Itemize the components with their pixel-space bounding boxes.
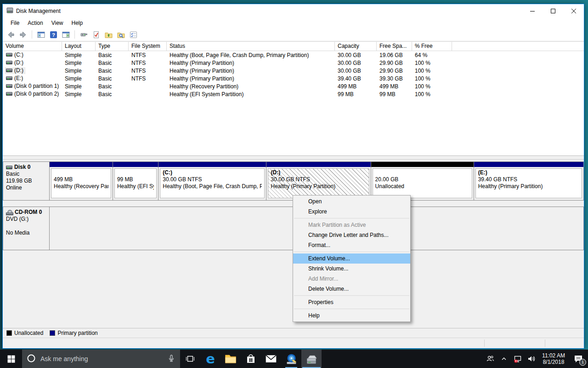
action-center-button[interactable]: 1	[569, 350, 588, 368]
disk-size: 119.98 GB	[6, 178, 46, 184]
cell-free: 499 MB	[377, 83, 412, 90]
help-icon[interactable]: ?	[48, 29, 58, 40]
toolbar-separator	[32, 30, 32, 39]
partition-size: 20.00 GB	[375, 176, 469, 183]
context-menu-item-help[interactable]: Help	[293, 310, 410, 321]
volume-row-d-1[interactable]: (D:)SimpleBasicNTFSHealthy (Primary Part…	[3, 59, 584, 67]
volume-name: (E:)	[14, 75, 23, 81]
notification-badge: 1	[579, 359, 586, 366]
taskbar-app-file-explorer[interactable]	[220, 350, 241, 368]
legend-swatch	[50, 330, 55, 336]
partition-block-healthy-recovery-parti[interactable]: 499 MBHealthy (Recovery Parti	[50, 162, 113, 200]
partition-block-d[interactable]: (D:)30.00 GB NTFSHealthy (Primary Partit…	[266, 162, 371, 200]
volume-name-wrap: (Disk 0 partition 2)	[6, 91, 60, 98]
start-button[interactable]	[0, 350, 22, 368]
check-document-icon[interactable]	[91, 29, 101, 40]
folder-up-icon[interactable]	[103, 29, 113, 40]
partition-context-menu: OpenExploreMark Partition as ActiveChang…	[293, 195, 411, 322]
volume-icon[interactable]	[525, 350, 538, 368]
partition-status: Healthy (Boot, Page File, Crash Dump, Pr	[163, 183, 262, 190]
partition-title	[375, 169, 469, 176]
partition-color-bar	[113, 162, 158, 167]
show-console-tree-icon[interactable]	[36, 29, 46, 40]
taskbar-app-disk-utility[interactable]	[281, 350, 301, 368]
partition-block-e[interactable]: (E:)39.40 GB NTFSHealthy (Primary Partit…	[474, 162, 583, 200]
volume-row-c-0[interactable]: (C:)SimpleBasicNTFSHealthy (Boot, Page F…	[3, 51, 584, 59]
column-header-capacity[interactable]: Capacity	[335, 42, 377, 51]
context-menu-item-open[interactable]: Open	[293, 196, 410, 207]
cell-type: Basic	[96, 52, 129, 58]
show-action-pane-icon[interactable]	[61, 29, 71, 40]
people-icon[interactable]	[483, 350, 497, 368]
maximize-button[interactable]	[543, 4, 563, 17]
task-view-button[interactable]	[180, 350, 200, 368]
partition-block-unallocated[interactable]: 20.00 GBUnallocated	[371, 162, 474, 200]
column-header-free-spa[interactable]: Free Spa...	[377, 42, 412, 51]
column-header-free[interactable]: % Free	[412, 42, 452, 51]
cell-capacity: 99 MB	[335, 91, 377, 98]
context-menu-item-change-drive-letter-and-paths[interactable]: Change Drive Letter and Paths...	[293, 230, 410, 240]
legend-item-primary-partition: Primary partition	[50, 330, 97, 336]
cell-free: 39.30 GB	[377, 75, 412, 82]
taskbar-app-store[interactable]	[241, 350, 261, 368]
back-icon[interactable]	[6, 29, 16, 40]
menu-help[interactable]: Help	[68, 18, 87, 28]
context-menu-separator	[294, 309, 409, 309]
cell-capacity: 499 MB	[335, 83, 377, 90]
checklist-icon[interactable]	[128, 29, 138, 40]
context-menu-item-delete-volume[interactable]: Delete Volume...	[293, 284, 410, 294]
volume-cell: (C:)	[3, 52, 62, 58]
close-button[interactable]	[563, 4, 584, 17]
volume-row-e-3[interactable]: (E:)SimpleBasicNTFSHealthy (Primary Part…	[3, 75, 584, 82]
cell-layout: Simple	[62, 83, 96, 90]
column-header-type[interactable]: Type	[96, 42, 129, 51]
menu-file[interactable]: File	[6, 18, 23, 28]
context-menu-item-shrink-volume[interactable]: Shrink Volume...	[293, 264, 410, 274]
context-menu-item-extend-volume[interactable]: Extend Volume...	[293, 253, 410, 264]
svg-text:?: ?	[51, 32, 55, 37]
taskbar-app-mail[interactable]	[261, 350, 281, 368]
cortana-search-box[interactable]: Ask me anything	[22, 350, 180, 368]
context-menu-item-format[interactable]: Format...	[293, 240, 410, 250]
taskbar-app-edge[interactable]: e	[200, 350, 220, 368]
partition-title	[117, 169, 154, 176]
cell-free: 29.90 GB	[377, 60, 412, 66]
pane-splitter[interactable]	[3, 155, 584, 160]
context-menu-item-properties[interactable]: Properties	[293, 297, 410, 307]
volume-row-d-2[interactable]: (D:)SimpleBasicNTFSHealthy (Primary Part…	[3, 67, 584, 75]
disk-0-label[interactable]: Disk 0 Basic 119.98 GB Online	[3, 162, 50, 200]
partition-body: (E:)39.40 GB NTFSHealthy (Primary Partit…	[475, 168, 582, 198]
partition-status: Healthy (Primary Partition)	[271, 183, 366, 190]
partition-block-c[interactable]: (C:)30.00 GB NTFSHealthy (Boot, Page Fil…	[158, 162, 266, 200]
disk-status: Online	[6, 184, 46, 191]
partition-size: 30.00 GB NTFS	[163, 176, 262, 183]
column-header-volume[interactable]: Volume	[3, 42, 62, 51]
taskbar-app-disk-management[interactable]	[301, 350, 322, 368]
column-header-file-system[interactable]: File System	[129, 42, 167, 51]
partition-status: Healthy (EFI Syst	[117, 183, 154, 190]
partition-legend: UnallocatedPrimary partition	[3, 328, 584, 338]
tray-overflow-chevron-icon[interactable]	[497, 350, 511, 368]
context-menu-item-explore[interactable]: Explore	[293, 207, 410, 217]
volume-cell: (D:)	[3, 67, 62, 74]
menu-action[interactable]: Action	[23, 18, 47, 28]
title-bar[interactable]: Disk Management	[3, 4, 584, 17]
taskbar-clock[interactable]: 11:02 AM 8/1/2018	[538, 352, 569, 365]
statusbar-divider	[545, 339, 545, 347]
folder-search-icon[interactable]	[116, 29, 126, 40]
cell-free: 99 MB	[377, 91, 412, 98]
forward-icon[interactable]	[18, 29, 28, 40]
volume-icon	[6, 92, 12, 96]
volume-row-disk-0-partition-1-4[interactable]: (Disk 0 partition 1)SimpleBasicHealthy (…	[3, 82, 584, 90]
minimize-button[interactable]	[522, 4, 543, 17]
clock-date: 8/1/2018	[538, 359, 569, 365]
partition-block-healthy-efi-syst[interactable]: 99 MBHealthy (EFI Syst	[113, 162, 158, 200]
clock-time: 11:02 AM	[538, 352, 569, 359]
volume-row-disk-0-partition-2-5[interactable]: (Disk 0 partition 2)SimpleBasicHealthy (…	[3, 90, 584, 98]
menu-view[interactable]: View	[47, 18, 68, 28]
cdrom-0-label[interactable]: CD-ROM 0 DVD (G:) No Media	[3, 207, 50, 250]
column-header-layout[interactable]: Layout	[62, 42, 96, 51]
device-icon[interactable]	[79, 29, 89, 40]
column-header-status[interactable]: Status	[167, 42, 335, 51]
network-icon[interactable]	[511, 350, 525, 368]
